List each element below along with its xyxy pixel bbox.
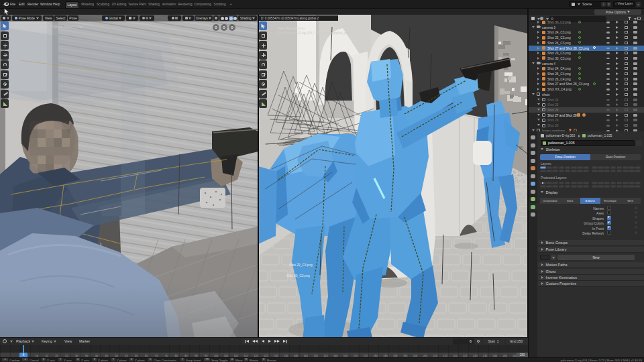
- svg-text:Shot 29_C3.png: Shot 29_C3.png: [289, 263, 313, 267]
- svg-text:Shot 30_C3.png: Shot 30_C3.png: [286, 274, 310, 278]
- svg-text:(1) policeman-D-rig.003 : TRAC: (1) policeman-D-rig.003 : TRACK-Shot27_P…: [13, 25, 83, 29]
- svg-text:(1) policeman-D-rig.003 : TRAC: (1) policeman-D-rig.003 : TRACK-targetpl…: [277, 31, 351, 35]
- svg-text:User Perspective: User Perspective: [277, 26, 305, 30]
